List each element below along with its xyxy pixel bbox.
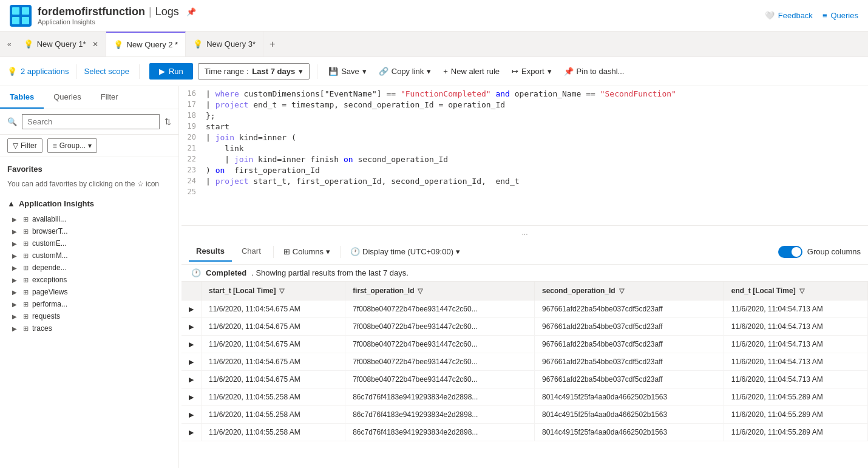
table-cell: 967661afd22ba54bbe037cdf5cd23aff bbox=[534, 336, 724, 353]
table-cell: 11/6/2020, 11:04:54.713 AM bbox=[724, 371, 867, 388]
queries-button[interactable]: ≡ Queries bbox=[822, 11, 858, 20]
table-row: ▶11/6/2020, 11:04:54.675 AM7f008be040722… bbox=[181, 300, 868, 318]
app-name: fordemofirstfunction bbox=[38, 5, 145, 18]
columns-button[interactable]: ⊞ Columns ▾ bbox=[279, 245, 335, 259]
column-label: second_operation_Id bbox=[542, 287, 615, 295]
tab1-label: New Query 1* bbox=[37, 39, 86, 49]
table-icon: ⊞ bbox=[23, 228, 29, 236]
sidebar-table-item[interactable]: ▶ ⊞ exceptions bbox=[7, 274, 171, 286]
sidebar-table-item[interactable]: ▶ ⊞ customM... bbox=[7, 249, 171, 262]
table-name: customE... bbox=[32, 239, 67, 248]
run-button[interactable]: ▶ Run bbox=[149, 63, 193, 80]
sidebar-table-item[interactable]: ▶ ⊞ pageViews bbox=[7, 286, 171, 298]
tabs-bar: « 💡 New Query 1* ✕ 💡 New Query 2 * 💡 New… bbox=[0, 32, 868, 57]
filter-button[interactable]: ▽ Filter bbox=[7, 138, 42, 153]
sidebar-table-item[interactable]: ▶ ⊞ performa... bbox=[7, 298, 171, 310]
line-content: link bbox=[206, 144, 868, 153]
code-line: 21 link bbox=[181, 143, 868, 154]
time-range-button[interactable]: Time range : Last 7 days ▾ bbox=[198, 63, 310, 80]
app-section: Logs bbox=[155, 5, 179, 18]
row-expand-button[interactable]: ▶ bbox=[181, 353, 202, 371]
sidebar: Tables Queries Filter 🔍 ⇅ ▽ Filter ≡ Gro… bbox=[0, 86, 179, 468]
sort-icon[interactable]: ⇅ bbox=[164, 117, 171, 126]
header-right: 🤍 Feedback ≡ Queries bbox=[765, 11, 858, 20]
tree-expand-icon: ▶ bbox=[12, 228, 19, 235]
copy-link-button[interactable]: 🔗 Copy link ▾ bbox=[375, 64, 435, 78]
sidebar-table-item[interactable]: ▶ ⊞ requests bbox=[7, 310, 171, 322]
row-expand-button[interactable]: ▶ bbox=[181, 318, 202, 336]
svg-rect-3 bbox=[12, 17, 19, 24]
column-filter-icon[interactable]: ▽ bbox=[799, 287, 804, 295]
feedback-label: Feedback bbox=[778, 11, 813, 20]
table-cell: 11/6/2020, 11:04:54.675 AM bbox=[202, 353, 345, 371]
results-tab-chart[interactable]: Chart bbox=[234, 242, 268, 262]
table-name: exceptions bbox=[32, 276, 67, 284]
tab-new-query-2[interactable]: 💡 New Query 2 * bbox=[106, 32, 186, 56]
scope-selector[interactable]: 💡 2 applications bbox=[7, 67, 69, 76]
table-icon: ⊞ bbox=[23, 288, 29, 296]
group-columns-label: Group columns bbox=[807, 247, 861, 256]
search-input[interactable] bbox=[22, 114, 160, 129]
new-alert-rule-button[interactable]: + New alert rule bbox=[439, 64, 503, 78]
column-filter-icon[interactable]: ▽ bbox=[619, 287, 624, 295]
pin-icon[interactable]: 📌 bbox=[186, 7, 196, 16]
save-button[interactable]: 💾 Save ▾ bbox=[325, 64, 370, 78]
collapse-left-icon[interactable]: « bbox=[2, 40, 16, 49]
row-expand-button[interactable]: ▶ bbox=[181, 300, 202, 318]
export-icon: ↦ bbox=[512, 67, 518, 76]
save-label: Save bbox=[341, 67, 359, 76]
row-expand-button[interactable]: ▶ bbox=[181, 371, 202, 388]
line-number: 21 bbox=[181, 144, 206, 152]
display-time-button[interactable]: 🕐 Display time (UTC+09:00) ▾ bbox=[345, 245, 465, 259]
code-line: 18}; bbox=[181, 110, 868, 121]
results-tab-results[interactable]: Results bbox=[189, 242, 232, 262]
column-filter-icon[interactable]: ▽ bbox=[279, 287, 284, 295]
sidebar-table-item[interactable]: ▶ ⊞ customE... bbox=[7, 237, 171, 249]
tab3-icon: 💡 bbox=[193, 39, 203, 49]
table-cell: 11/6/2020, 11:04:54.713 AM bbox=[724, 318, 867, 336]
export-chevron-icon: ▾ bbox=[548, 67, 552, 76]
tab-new-query-1[interactable]: 💡 New Query 1* ✕ bbox=[16, 32, 106, 56]
add-tab-button[interactable]: + bbox=[263, 39, 281, 50]
sidebar-tab-queries[interactable]: Queries bbox=[44, 86, 91, 109]
line-number: 16 bbox=[181, 89, 206, 98]
export-button[interactable]: ↦ Export ▾ bbox=[508, 64, 555, 78]
table-cell: 11/6/2020, 11:04:54.675 AM bbox=[202, 371, 345, 388]
app-title-wrap: fordemofirstfunction | Logs 📌 Applicatio… bbox=[38, 5, 196, 25]
tree-expand-icon: ▶ bbox=[12, 325, 19, 332]
time-range-value: Last 7 days bbox=[252, 67, 295, 76]
row-expand-button[interactable]: ▶ bbox=[181, 388, 202, 406]
tab-new-query-3[interactable]: 💡 New Query 3* bbox=[186, 32, 263, 56]
sidebar-table-item[interactable]: ▶ ⊞ browserT... bbox=[7, 225, 171, 237]
sidebar-tab-filter[interactable]: Filter bbox=[91, 86, 128, 109]
toolbar-sep-1 bbox=[76, 64, 77, 79]
table-cell: 86c7d76f4183e9419293834e2d2898... bbox=[345, 388, 535, 406]
line-number: 19 bbox=[181, 122, 206, 131]
row-expand-button[interactable]: ▶ bbox=[181, 336, 202, 353]
group-columns-toggle[interactable] bbox=[778, 246, 802, 258]
group-button[interactable]: ≡ Group... ▾ bbox=[47, 138, 97, 153]
feedback-button[interactable]: 🤍 Feedback bbox=[765, 11, 813, 20]
pin-to-dashboard-button[interactable]: 📌 Pin to dashl... bbox=[560, 64, 628, 78]
queries-icon: ≡ bbox=[822, 11, 827, 20]
tree-expand-icon: ▶ bbox=[12, 313, 19, 320]
code-editor[interactable]: 16| where customDimensions["EventName"] … bbox=[181, 86, 868, 226]
line-number: 23 bbox=[181, 166, 206, 174]
sidebar-table-item[interactable]: ▶ ⊞ depende... bbox=[7, 262, 171, 274]
column-filter-icon[interactable]: ▽ bbox=[418, 287, 422, 295]
sidebar-table-item[interactable]: ▶ ⊞ traces bbox=[7, 322, 171, 334]
table-row: ▶11/6/2020, 11:04:54.675 AM7f008be040722… bbox=[181, 371, 868, 388]
table-cell: 967661afd22ba54bbe037cdf5cd23aff bbox=[534, 318, 724, 336]
sidebar-tab-tables[interactable]: Tables bbox=[0, 86, 44, 109]
line-content: | where customDimensions["EventName"] ==… bbox=[206, 89, 868, 98]
select-scope-button[interactable]: Select scope bbox=[84, 67, 129, 76]
table-cell: 11/6/2020, 11:04:55.258 AM bbox=[202, 388, 345, 406]
row-expand-button[interactable]: ▶ bbox=[181, 406, 202, 424]
favorites-title: Favorites bbox=[7, 164, 171, 174]
table-row: ▶11/6/2020, 11:04:55.258 AM86c7d76f4183e… bbox=[181, 406, 868, 424]
row-expand-button[interactable]: ▶ bbox=[181, 424, 202, 441]
table-cell: 8014c4915f25fa4aa0da4662502b1563 bbox=[534, 424, 724, 441]
tab1-close-icon[interactable]: ✕ bbox=[92, 40, 98, 49]
tree-section-title[interactable]: ▲ Application Insights bbox=[7, 199, 171, 208]
sidebar-table-item[interactable]: ▶ ⊞ availabili... bbox=[7, 213, 171, 225]
